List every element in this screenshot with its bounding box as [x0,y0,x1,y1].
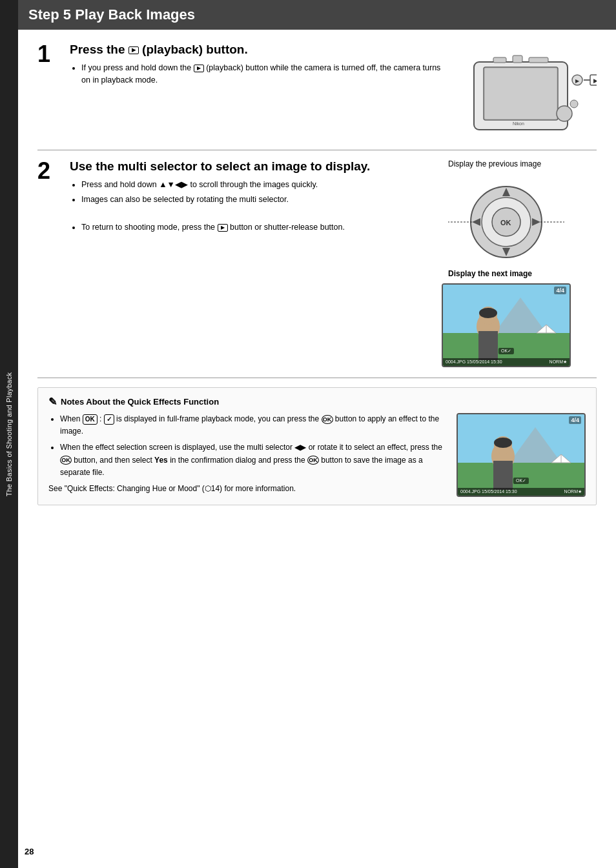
multi-selector-illustration: OK [442,174,571,264]
camera-illustration: Nikon ▶ ▶ [455,43,597,139]
step2-content: Use the multi selector to select an imag… [70,159,429,237]
ok-ref-badge: OK [83,414,98,425]
step2-body: Press and hold down ▲▼◀▶ to scroll throu… [70,179,429,234]
step2-bullet3: To return to shooting mode, press the ▶ … [81,221,429,234]
sidebar: The Basics of Shooting and Playback [0,0,18,868]
scene-svg [443,285,571,367]
prev-image-label: Display the previous image [448,159,541,168]
svg-rect-2 [485,68,557,119]
notes-icon: ✎ [48,396,57,408]
svg-point-10 [570,100,578,108]
step1-number: 1 [37,43,57,66]
ok-badge-2: OK✓ [513,478,529,484]
page-number: 28 [25,847,34,856]
notes-header: ✎ Notes About the Quick Effects Function [48,396,586,408]
step1-image: Nikon ▶ ▶ [455,43,597,139]
step2-title: Use the multi selector to select an imag… [70,159,429,174]
notes-bullet2: When the effect selection screen is disp… [60,441,444,479]
scene-svg-2 [458,414,586,497]
step2-row: 2 Use the multi selector to select an im… [37,159,597,367]
ok-btn-3: OK [307,456,319,465]
notes-text: When OK : ✓ is displayed in full-frame p… [48,413,444,495]
svg-point-9 [557,106,572,121]
playback-icon: ▶ [128,46,139,54]
bottom-bar-1: 0004.JPG 15/05/2014 15:30 NORM★ [443,358,570,366]
svg-point-39 [494,438,512,448]
notes-bullet1: When OK : ✓ is displayed in full-frame p… [60,413,444,438]
playback-btn-inline: ▶ [194,65,204,72]
step1-content: Press the ▶ (playback) button. If you pr… [70,43,442,90]
playback-screen-1: 4/4 OK✓ 0004.JPG 15/05/2014 15:30 NORM★ [442,283,571,367]
main-content: Step 5 Play Back Images 1 Press the ▶ (p… [18,0,616,525]
step1-bullet1: If you press and hold down the ▶ (playba… [81,62,442,86]
svg-rect-8 [529,57,548,63]
bottom-right-1: NORM★ [549,359,567,365]
notes-title: Notes About the Quick Effects Function [61,397,219,407]
svg-point-30 [479,308,497,318]
ok-badge-1: OK✓ [498,348,514,354]
svg-text:Nikon: Nikon [513,121,524,126]
svg-rect-7 [513,56,522,63]
svg-rect-6 [493,57,506,63]
divider-1 [37,150,597,150]
step2-right: Display the previous image OK [442,159,597,367]
svg-text:▶: ▶ [593,77,597,84]
bottom-bar-2: 0004.JPG 15/05/2014 15:30 NORM★ [458,488,584,496]
ok-btn-2: OK [60,456,72,465]
notes-row: When OK : ✓ is displayed in full-frame p… [48,413,586,497]
check-ref-badge: ✓ [104,414,114,425]
svg-rect-28 [478,331,498,360]
step1-title: Press the ▶ (playback) button. [70,43,442,57]
playback-btn-inline2: ▶ [218,224,228,232]
bottom-right-2: NORM★ [564,489,582,494]
playback-screen-2: 4/4 OK✓ 0004.JPG 15/05/2014 15:30 NORM★ [457,413,586,497]
svg-text:▶: ▶ [575,78,580,84]
svg-rect-37 [493,461,513,490]
step2-bullet2: Images can also be selected by rotating … [81,194,429,206]
sidebar-label: The Basics of Shooting and Playback [5,372,13,496]
notes-see-also: See "Quick Effects: Changing Hue or Mood… [48,483,444,495]
step2-bullet1: Press and hold down ▲▼◀▶ to scroll throu… [81,179,429,191]
step2-number: 2 [37,159,57,183]
page-title: Step 5 Play Back Images [18,0,616,30]
step1-body: If you press and hold down the ▶ (playba… [70,62,442,86]
corner-num-2: 4/4 [569,416,581,424]
bottom-left-1: 0004.JPG 15/05/2014 15:30 [446,359,502,365]
bottom-left-2: 0004.JPG 15/05/2014 15:30 [460,489,517,494]
svg-text:OK: OK [500,219,511,227]
next-image-label: Display the next image [448,269,532,278]
step1-row: 1 Press the ▶ (playback) button. If you … [37,43,597,139]
divider-2 [37,378,597,378]
ok-btn-1: OK [322,415,333,424]
notes-section: ✎ Notes About the Quick Effects Function… [37,387,597,505]
corner-num-1: 4/4 [554,287,566,294]
